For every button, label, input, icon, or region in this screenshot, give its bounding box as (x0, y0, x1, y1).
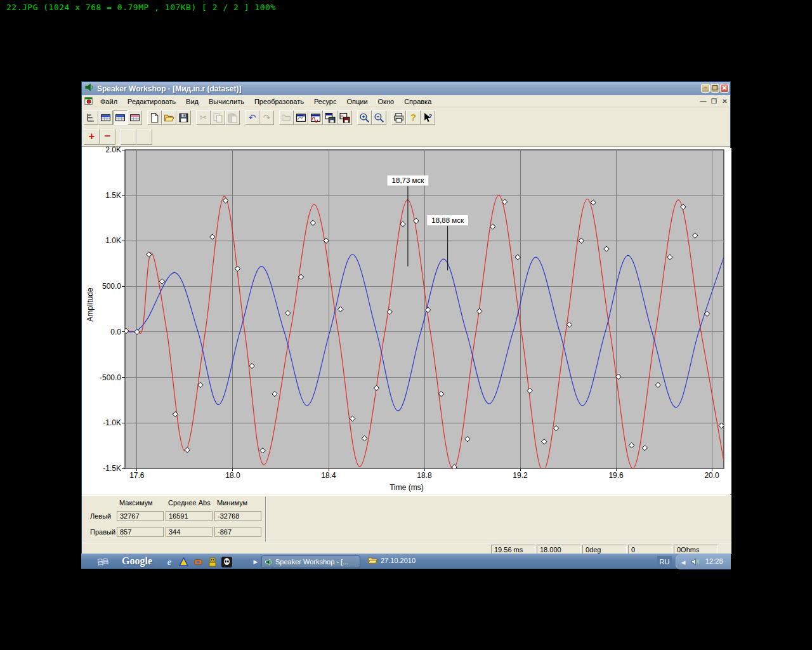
chevron-right-icon[interactable]: ▶ (250, 556, 261, 567)
chart-area[interactable]: 18,73 мск18,88 мск 2.0K1.5K1.0K500.00.0-… (82, 148, 731, 494)
status-bar: 19.56 ms18.0000deg00Ohms (82, 543, 731, 554)
window-title: Speaker Workshop - [Мид.in.r (dataset)] (97, 84, 241, 93)
x-tick-label: 18.4 (315, 471, 343, 480)
taskbar-button-speaker-workshop[interactable]: Speaker Workshop - [... (261, 555, 360, 568)
menu-item-3[interactable]: Вычислить (204, 96, 249, 107)
menu-item-6[interactable]: Опции (341, 96, 372, 107)
status-cell-4: 0Ohms (674, 545, 718, 554)
stats-row-label-1: Правый (90, 528, 115, 536)
taskbar-clock[interactable]: 12:28 (705, 557, 723, 565)
y-tick-label: -1.0K (82, 418, 121, 427)
stats-value-Левый-1: 16591 (166, 511, 213, 521)
app-speaker-icon (84, 83, 94, 95)
menu-item-2[interactable]: Вид (181, 96, 204, 107)
close-button[interactable]: ✕ (720, 84, 729, 93)
mdi-restore-button[interactable]: ❐ (709, 97, 719, 106)
triangle-logo-icon[interactable] (178, 556, 189, 567)
title-bar[interactable]: Speaker Workshop - [Мид.in.r (dataset)] … (82, 82, 730, 95)
date-label: 27.10.2010 (381, 557, 416, 564)
yellow-robot-icon[interactable] (207, 556, 218, 567)
menu-item-4[interactable]: Преобразовать (249, 96, 309, 107)
menu-item-1[interactable]: Редактировать (122, 96, 181, 107)
window-chart-button[interactable] (308, 110, 323, 125)
y-tick-label: 1.0K (82, 236, 121, 245)
chevron-left-icon[interactable]: ◀ (678, 557, 689, 568)
viewer-info-text: 22.JPG (1024 x 768 = 0.79MP , 107KB) [ 2… (6, 3, 276, 12)
x-tick-label: 20.0 (698, 471, 726, 480)
open-folder-button[interactable] (162, 110, 176, 125)
menu-item-8[interactable]: Справка (399, 96, 436, 107)
y-tick-label: -1.5K (82, 464, 121, 473)
x-tick-label: 18.0 (219, 471, 247, 480)
main-toolbar: ✂↶↷?? (84, 108, 435, 127)
redo-button[interactable]: ↷ (259, 110, 274, 125)
copy-button[interactable] (211, 110, 225, 125)
desktop-screenshot: Speaker Workshop - [Мид.in.r (dataset)] … (81, 81, 731, 569)
alien-app-icon[interactable] (221, 556, 232, 567)
datasheet-view-2-button[interactable] (113, 110, 128, 125)
remove-point-button[interactable]: − (100, 129, 115, 145)
add-point-button[interactable]: + (84, 129, 100, 145)
taskbar: Google e ▶ Speaker Workshop - [... 27.10… (81, 554, 731, 569)
mdi-minimize-button[interactable]: — (698, 97, 708, 106)
stats-value-Левый-0: 32767 (117, 511, 164, 521)
volume-icon[interactable] (689, 556, 700, 567)
minimize-button[interactable]: – (701, 84, 710, 93)
stats-value-Правый-1: 344 (166, 527, 213, 537)
help-button[interactable]: ? (406, 110, 421, 125)
svg-text:?: ? (429, 112, 433, 119)
windows-flag-icon[interactable] (97, 556, 108, 567)
y-axis-title: Amplitude (86, 276, 95, 333)
datasheet-tree-button[interactable] (84, 110, 98, 125)
google-toolbar-logo[interactable]: Google (122, 555, 152, 567)
stats-value-Правый-0: 857 (117, 527, 164, 537)
annotation-label-0: 18,73 мск (392, 176, 425, 184)
folder-icon (368, 556, 377, 564)
datasheet-view-3-button[interactable] (128, 110, 142, 125)
window-impedance-button[interactable] (294, 110, 308, 125)
mdi-close-button[interactable]: ✕ (720, 97, 730, 106)
menu-item-7[interactable]: Окно (373, 96, 400, 107)
cut-button[interactable]: ✂ (196, 110, 211, 125)
restore-button[interactable]: ❐ (710, 84, 719, 93)
x-tick-label: 19.6 (602, 471, 630, 480)
status-cell-3: 0 (628, 545, 672, 554)
menu-item-0[interactable]: Файл (95, 96, 122, 107)
mdi-document-icon[interactable] (84, 96, 93, 107)
ie-icon[interactable]: e (164, 556, 175, 567)
open-window-button[interactable] (279, 110, 294, 125)
y-tick-label: 2.0K (82, 145, 121, 154)
paste-button[interactable] (225, 110, 240, 125)
save-floppy-button[interactable] (176, 110, 191, 125)
blank-1-button[interactable] (121, 129, 136, 145)
zoom-in-button[interactable] (357, 110, 372, 125)
status-cell-0: 19.56 ms (491, 545, 535, 554)
menu-item-5[interactable]: Ресурс (309, 96, 341, 107)
task-speaker-icon (265, 558, 273, 566)
zoom-out-button[interactable] (372, 110, 386, 125)
y-tick-label: 1.5K (82, 191, 121, 200)
x-tick-label: 19.2 (506, 471, 534, 480)
datasheet-view-1-button[interactable] (98, 110, 113, 125)
annotation-label-1: 18,88 мск (431, 216, 464, 224)
x-tick-label: 17.6 (123, 471, 151, 480)
orange-app-icon[interactable] (192, 556, 204, 567)
context-help-button[interactable]: ? (421, 110, 435, 125)
stats-divider (265, 497, 266, 541)
blank-2-button[interactable] (136, 129, 152, 145)
stats-panel: МаксимумСреднее AbsМинимумЛевый327671659… (82, 495, 731, 543)
language-indicator[interactable]: RU (657, 556, 672, 567)
task-button-label: Speaker Workshop - [... (275, 558, 348, 566)
menu-items: ФайлРедактироватьВидВычислитьПреобразова… (95, 96, 436, 107)
save-window-button[interactable] (323, 110, 337, 125)
new-document-button[interactable] (147, 110, 162, 125)
print-button[interactable] (391, 110, 406, 125)
stats-col-header-0: Максимум (119, 499, 153, 507)
export-chart-button[interactable] (337, 110, 352, 125)
x-axis-title: Time (ms) (369, 483, 445, 492)
waveform-chart[interactable]: 18,73 мск18,88 мск (82, 148, 731, 494)
taskbar-item-date[interactable]: 27.10.2010 (368, 556, 416, 564)
speaker-workshop-window: Speaker Workshop - [Мид.in.r (dataset)] … (81, 81, 731, 554)
undo-button[interactable]: ↶ (245, 110, 259, 125)
stats-value-Левый-2: -32768 (214, 511, 261, 521)
